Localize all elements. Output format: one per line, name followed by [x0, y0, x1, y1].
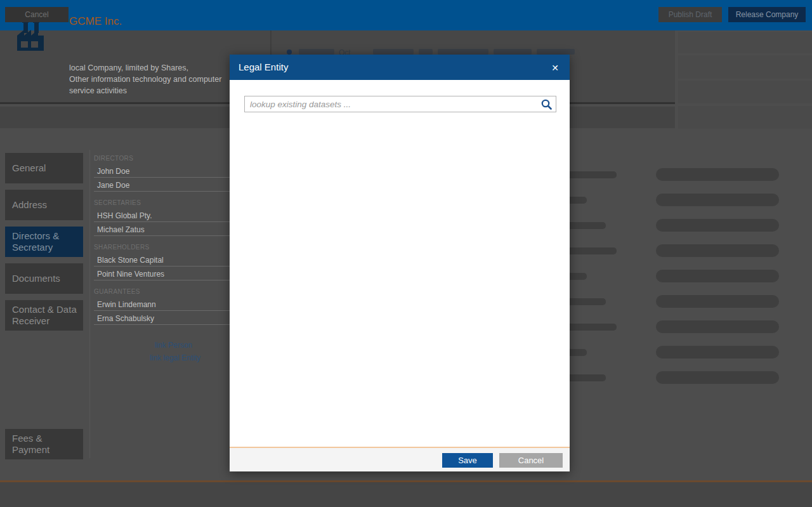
- publish-draft-button[interactable]: Publish Draft: [658, 7, 722, 22]
- legal-entity-dialog: Legal Entity ✕ Save Cancel: [230, 55, 570, 471]
- obscured-text: [438, 49, 488, 55]
- skeleton-value-bar: [656, 270, 779, 282]
- skeleton-value-bar: [656, 219, 779, 232]
- obscured-text: [537, 49, 575, 55]
- sidebar-item-contact-data-receiver[interactable]: Contact & Data Receiver: [5, 300, 83, 331]
- obscured-text: [299, 49, 334, 55]
- cancel-button[interactable]: Cancel: [499, 453, 563, 468]
- release-company-button[interactable]: Release Company: [728, 7, 806, 22]
- skeleton-value-bar: [656, 295, 779, 308]
- skeleton-value-bar: [656, 320, 779, 333]
- dataset-search-field: [244, 96, 556, 112]
- dimmed-panel-row: [678, 81, 812, 103]
- link-legal-entity[interactable]: link legal Entity: [94, 353, 200, 362]
- sidebar-item-fees-payment[interactable]: Fees & Payment: [5, 429, 83, 459]
- skeleton-value-bar: [656, 371, 779, 384]
- search-icon[interactable]: [541, 99, 552, 110]
- dimmed-panel-row: [678, 32, 812, 53]
- skeleton-value-bar: [656, 244, 779, 257]
- dialog-title: Legal Entity: [239, 55, 288, 80]
- obscured-text: [494, 49, 532, 55]
- company-subtitle-line2: Other information technology and compute…: [69, 74, 221, 85]
- sidebar-item-address[interactable]: Address: [5, 190, 83, 220]
- sidebar-item-documents[interactable]: Documents: [5, 263, 83, 294]
- obscured-text: [373, 49, 414, 55]
- company-subtitle-line3: service activities: [69, 85, 127, 96]
- application-window: GCME Inc. local Company, limited by Shar…: [0, 0, 812, 507]
- dimmed-panel-row: [678, 106, 812, 129]
- factory-icon: [13, 18, 48, 53]
- company-name: GCME Inc.: [69, 15, 122, 28]
- save-button[interactable]: Save: [442, 453, 493, 468]
- section-label-shareholders: SHAREHOLDERS: [94, 244, 150, 251]
- sidebar-item-general[interactable]: General: [5, 153, 83, 183]
- page-cancel-button[interactable]: Cancel: [5, 7, 69, 22]
- dimmed-panel-row: [678, 55, 812, 79]
- obscured-text: [419, 49, 433, 55]
- section-label-secretaries: SECRETARIES: [94, 199, 141, 206]
- link-person[interactable]: link Person: [94, 341, 192, 350]
- dialog-header: Legal Entity ✕: [230, 55, 570, 80]
- section-label-directors: DIRECTORS: [94, 155, 133, 162]
- dialog-footer: Save Cancel: [230, 447, 570, 471]
- skeleton-value-bar: [656, 346, 779, 359]
- search-input[interactable]: [244, 96, 556, 112]
- skeleton-value-bar: [656, 168, 779, 181]
- sidebar-divider: [89, 150, 90, 458]
- skeleton-value-bar: [656, 194, 779, 206]
- section-label-guarantees: GUARANTEES: [94, 288, 140, 295]
- company-subtitle-line1: local Company, limited by Shares,: [69, 62, 188, 74]
- bottom-action-bar: [0, 480, 812, 507]
- close-icon[interactable]: ✕: [547, 55, 563, 80]
- sidebar-item-directors-secretary[interactable]: Directors & Secretary: [5, 227, 83, 257]
